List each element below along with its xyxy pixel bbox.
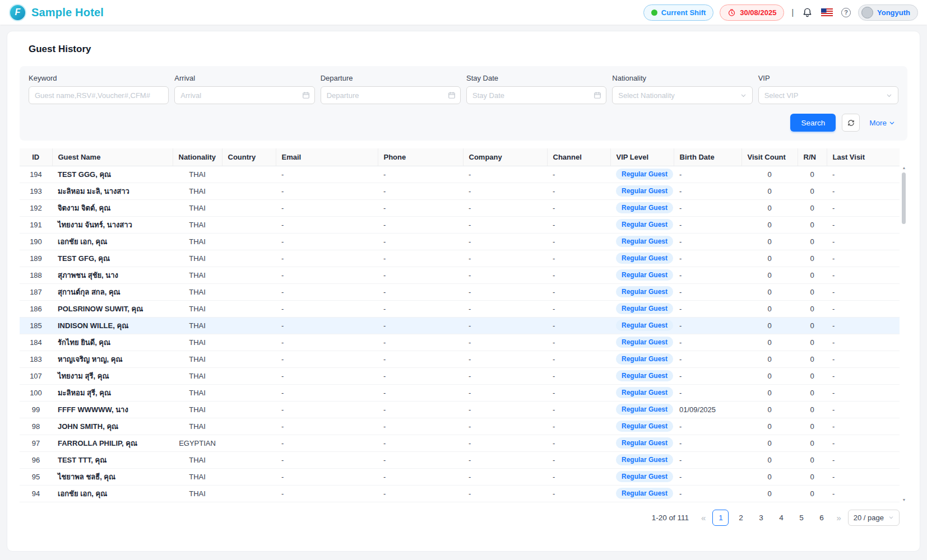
table-row[interactable]: 184รักไทย ยินดี, คุณTHAI----Regular Gues… [20,334,900,351]
cell-email: - [276,233,378,250]
cell-country [222,334,276,351]
calendar-icon [302,91,310,99]
table-row[interactable]: 107ไทยงาม สุรี, คุณTHAI----Regular Guest… [20,367,900,384]
cell-email: - [276,283,378,300]
help-icon[interactable]: ? [840,7,852,18]
table-row[interactable]: 190เอกชัย เอก, คุณTHAI----Regular Guest-… [20,233,900,250]
table-row[interactable]: 100มะลิหอม สุรี, คุณTHAI----Regular Gues… [20,384,900,401]
table-scrollbar[interactable]: ▲ ▼ [901,166,907,502]
us-flag-icon[interactable] [820,7,834,17]
table-row[interactable]: 94เอกชัย เอก, คุณTHAI----Regular Guest-0… [20,485,900,502]
cell-company: - [463,283,547,300]
cell-visits: 0 [741,418,798,435]
notifications-bell-icon[interactable] [801,6,814,19]
calendar-icon [594,91,601,99]
cell-channel: - [547,401,610,418]
cell-birth: - [674,334,741,351]
table-row[interactable]: 185INDISON WILLE, คุณTHAI----Regular Gue… [20,317,900,334]
cell-phone: - [378,334,463,351]
cell-email: - [276,384,378,401]
table-row[interactable]: 187สุกานต์กุล สกล, คุณTHAI----Regular Gu… [20,283,900,300]
brand[interactable]: F Sample Hotel [9,4,104,21]
cell-rn: 0 [798,267,827,283]
table-row[interactable]: 183หาญเจริญ หาญ, คุณTHAI----Regular Gues… [20,351,900,367]
table-row[interactable]: 191ไทยงาม จันทร์, นางสาวTHAI----Regular … [20,216,900,233]
column-header-nationality: Nationality [173,148,222,166]
pagination: 1-20 of 111 « 123456 » 20 / page [20,510,907,526]
cell-birth: - [674,267,741,283]
page-button-1[interactable]: 1 [712,510,729,526]
page-button-5[interactable]: 5 [793,510,809,526]
user-pill[interactable]: Yongyuth [858,4,918,21]
table-row[interactable]: 188สุภาพชน สุชัย, นางTHAI----Regular Gue… [20,267,900,283]
cell-visits: 0 [741,250,798,267]
cell-vip: Regular Guest [610,283,674,300]
table-row[interactable]: 193มะลิหอม มะลิ, นางสาวTHAI----Regular G… [20,183,900,199]
page-button-6[interactable]: 6 [813,510,829,526]
cell-vip: Regular Guest [610,300,674,317]
refresh-button[interactable] [842,114,860,132]
departure-date-input[interactable] [321,86,461,104]
stay-date-input[interactable] [466,86,606,104]
search-button[interactable]: Search [790,114,836,132]
vip-level-badge: Regular Guest [616,219,673,230]
cell-rn: 0 [798,468,827,485]
cell-id: 192 [20,199,52,216]
cell-email: - [276,485,378,502]
table-row[interactable]: 194TEST GGG, คุณTHAI----Regular Guest-00… [20,166,900,183]
cell-phone: - [378,216,463,233]
previous-page-button[interactable]: « [698,513,708,522]
keyword-input[interactable] [29,86,169,104]
cell-last: - [827,485,900,502]
current-shift-label: Current Shift [661,8,706,17]
table-row[interactable]: 97FARROLLA PHILIP, คุณEGYPTIAN----Regula… [20,435,900,451]
arrival-date-input[interactable] [174,86,314,104]
cell-nationality: THAI [173,283,222,300]
cell-phone: - [378,183,463,199]
table-row[interactable]: 99FFFF WWWWW, นางTHAI----Regular Guest01… [20,401,900,418]
scroll-up-icon[interactable]: ▲ [901,166,907,170]
table-row[interactable]: 186POLSRINOW SUWIT, คุณTHAI----Regular G… [20,300,900,317]
vip-level-badge: Regular Guest [616,454,673,465]
cell-nationality: THAI [173,367,222,384]
cell-last: - [827,233,900,250]
cell-visits: 0 [741,267,798,283]
current-shift-pill[interactable]: Current Shift [643,4,713,21]
cell-country [222,250,276,267]
column-header-id: ID [20,148,52,166]
nationality-select[interactable]: Select Nationality [612,86,752,104]
header-separator: | [791,8,794,17]
vip-select[interactable]: Select VIP [758,86,898,104]
more-button[interactable]: More [866,118,898,128]
table-row[interactable]: 189TEST GFG, คุณTHAI----Regular Guest-00… [20,250,900,267]
cell-channel: - [547,250,610,267]
shift-status-dot [651,10,657,16]
scrollbar-thumb[interactable] [902,172,906,224]
business-date-pill[interactable]: 30/08/2025 [720,4,784,21]
page-button-4[interactable]: 4 [773,510,789,526]
table-row[interactable]: 95ไชยาพล ชลธี, คุณTHAI----Regular Guest-… [20,468,900,485]
cell-name: JOHN SMITH, คุณ [52,418,173,435]
table-row[interactable]: 98JOHN SMITH, คุณTHAI----Regular Guest-0… [20,418,900,435]
cell-rn: 0 [798,351,827,367]
cell-country [222,384,276,401]
cell-name: มะลิหอม มะลิ, นางสาว [52,183,173,199]
cell-last: - [827,166,900,183]
cell-visits: 0 [741,401,798,418]
cell-nationality: THAI [173,216,222,233]
page-size-select[interactable]: 20 / page [848,510,900,526]
vip-level-badge: Regular Guest [616,320,673,331]
cell-birth: - [674,250,741,267]
page-button-2[interactable]: 2 [733,510,749,526]
cell-company: - [463,485,547,502]
cell-id: 94 [20,485,52,502]
table-row[interactable]: 96TEST TTT, คุณTHAI----Regular Guest-00- [20,451,900,468]
vip-level-badge: Regular Guest [616,269,673,281]
cell-channel: - [547,283,610,300]
scroll-down-icon[interactable]: ▼ [901,498,907,502]
table-row[interactable]: 192จิตงาม จิตต์, คุณTHAI----Regular Gues… [20,199,900,216]
vip-level-badge: Regular Guest [616,303,673,314]
next-page-button[interactable]: » [833,513,843,522]
cell-channel: - [547,267,610,283]
page-button-3[interactable]: 3 [753,510,769,526]
